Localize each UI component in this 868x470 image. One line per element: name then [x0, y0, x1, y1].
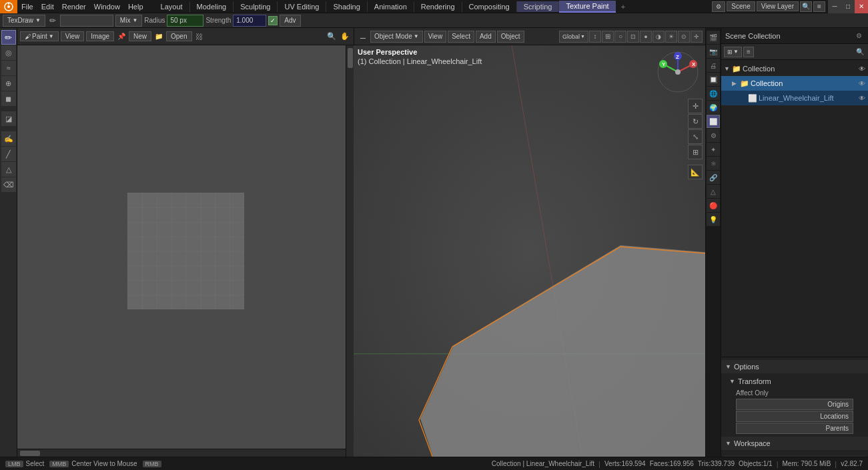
advanced-btn[interactable]: Adv [280, 15, 300, 27]
minimize-btn[interactable]: ─ [828, 0, 841, 13]
viewport-scale-tool[interactable]: ⤡ [688, 129, 703, 144]
viewport-rotate-tool[interactable]: ↻ [688, 114, 703, 129]
outliner-filter-icon[interactable]: ≡ [743, 47, 754, 57]
paint-mode-btn[interactable]: 🖌Paint▼ [20, 31, 59, 41]
viewport-transform-tool[interactable]: ⊞ [688, 145, 703, 159]
tab-rendering[interactable]: Rendering [414, 1, 462, 12]
rendered-icon[interactable]: ☀ [665, 31, 677, 43]
menu-window[interactable]: Window [90, 3, 124, 11]
tab-shading[interactable]: Shading [326, 1, 367, 12]
blender-logo[interactable] [0, 0, 17, 13]
parents-btn[interactable]: Parents [736, 423, 853, 434]
paint-new-btn[interactable]: New [129, 31, 151, 41]
props-object-tab[interactable]: ⬜ [707, 115, 720, 128]
search-icon[interactable]: 🔍 [800, 1, 812, 12]
tab-uv-editing[interactable]: UV Editing [278, 1, 326, 12]
tab-compositing[interactable]: Compositing [462, 1, 517, 12]
viewport-object-btn[interactable]: Object [497, 31, 524, 43]
texture-viewport[interactable] [17, 45, 354, 457]
tree-item-wheelchair-lift[interactable]: ⬜ Linear_Wheelchair_Lift 👁 [721, 91, 868, 105]
mode-dropdown[interactable]: TexDraw ▼ [3, 15, 45, 27]
annotate-poly-tool-btn[interactable]: △ [1, 162, 16, 177]
annotate-tool-btn[interactable]: ✍ [1, 131, 16, 146]
tab-modeling[interactable]: Modeling [190, 1, 234, 12]
draw-tool-btn[interactable]: ✏ [1, 30, 16, 45]
props-scene2-tab[interactable]: 🌐 [707, 87, 720, 100]
wireframe-icon[interactable]: ⊡ [627, 31, 639, 43]
soften-tool-btn[interactable]: ◎ [1, 45, 16, 60]
options-section-header[interactable]: ▼ Options [721, 360, 868, 373]
tab-layout[interactable]: Layout [154, 1, 190, 12]
viewport-mode-dropdown[interactable]: Object Mode▼ [370, 31, 423, 43]
tab-animation[interactable]: Animation [368, 1, 414, 12]
looksdev-icon[interactable]: ◑ [653, 31, 665, 43]
object-visibility[interactable]: 👁 [859, 95, 865, 102]
tab-texture-paint[interactable]: Texture Paint [559, 1, 615, 13]
paint-link-icon[interactable]: ⛓ [194, 31, 205, 42]
menu-edit[interactable]: Edit [37, 3, 58, 11]
props-scene-tab[interactable]: 🎬 [707, 31, 720, 44]
props-render-tab[interactable]: 📷 [707, 45, 720, 58]
props-shading-tab[interactable]: 💡 [707, 213, 720, 226]
clone-tool-btn[interactable]: ⊕ [1, 76, 16, 91]
workspace-section-header[interactable]: ▼ Workspace [721, 437, 868, 450]
gizmo-icon[interactable]: ✛ [691, 31, 703, 43]
paint-pin-icon[interactable]: 📌 [116, 31, 127, 42]
viewport-global-btn[interactable]: Global▼ [559, 31, 588, 43]
tab-scripting[interactable]: Scripting [517, 1, 560, 12]
menu-help[interactable]: Help [124, 3, 147, 11]
fill-tool-btn[interactable]: ◼ [1, 91, 16, 106]
radius-input[interactable]: 50 px [167, 15, 203, 27]
viewport-add-btn[interactable]: Add [476, 31, 496, 43]
props-modifier-tab[interactable]: ⚙ [707, 129, 720, 142]
viewport-move-tool[interactable]: ✛ [688, 99, 703, 113]
paint-open-btn[interactable]: Open [166, 31, 191, 41]
strength-input[interactable]: 1.000 [233, 15, 266, 27]
tree-item-collection[interactable]: ▶ 📁 Collection 👁 [721, 76, 868, 91]
menu-file[interactable]: File [17, 3, 37, 11]
locations-btn[interactable]: Locations [736, 411, 853, 422]
paint-pan-icon[interactable]: ✋ [339, 31, 351, 43]
outliner-search-icon[interactable]: 🔍 [855, 47, 865, 57]
tab-sculpting[interactable]: Sculpting [234, 1, 278, 12]
viewport-transform-icon[interactable]: ↕ [589, 31, 601, 43]
origins-btn[interactable]: Origins [736, 399, 853, 410]
props-material-tab[interactable]: 🔴 [707, 199, 720, 212]
menu-render[interactable]: Render [58, 3, 90, 11]
paint-folder-icon[interactable]: 📁 [153, 31, 164, 42]
maximize-btn[interactable]: □ [841, 0, 855, 13]
viewport-mode-icon[interactable]: ⚊ [357, 31, 369, 43]
paint-view-btn[interactable]: View [61, 31, 85, 41]
scene-outliner-icon[interactable]: ⚙ [853, 31, 864, 41]
outliner-display-btn[interactable]: ⊞▼ [724, 47, 742, 57]
props-particles-tab[interactable]: ✦ [707, 143, 720, 156]
mask-tool-btn[interactable]: ◪ [1, 111, 16, 126]
viewport-select-btn[interactable]: Select [448, 31, 474, 43]
visibility-toggle[interactable]: 👁 [859, 65, 865, 73]
viewport-prop-icon[interactable]: ○ [614, 31, 626, 43]
tree-item-scene-collection[interactable]: ▼ 📁 Collection 👁 [721, 61, 868, 76]
smear-tool-btn[interactable]: ≈ [1, 61, 16, 75]
solid-icon[interactable]: ● [640, 31, 652, 43]
viewport-overlay-btn[interactable]: ⚙ [712, 1, 725, 12]
paint-image-btn[interactable]: Image [86, 31, 114, 41]
props-world-tab[interactable]: 🌍 [707, 101, 720, 114]
vertical-scrollbar[interactable] [346, 45, 354, 457]
view-layer-selector[interactable]: View Layer [757, 1, 799, 11]
overlay-icon[interactable]: ⊙ [678, 31, 690, 43]
filter-icon[interactable]: ≡ [813, 1, 825, 12]
collection-visibility[interactable]: 👁 [859, 80, 865, 87]
paint-zoom-icon[interactable]: 🔍 [326, 31, 338, 43]
annotate-line-tool-btn[interactable]: ╱ [1, 147, 16, 161]
transform-section-header[interactable]: ▼ Transform [721, 375, 868, 388]
horizontal-scrollbar[interactable] [17, 449, 346, 457]
annotate-erase-tool-btn[interactable]: ⌫ [1, 177, 16, 192]
props-objdata-tab[interactable]: △ [707, 185, 720, 198]
blend-mode-dropdown[interactable]: Mix▼ [115, 15, 142, 27]
viewport-snap-icon[interactable]: ⊞ [602, 31, 614, 43]
tab-add[interactable]: + [616, 1, 630, 12]
brush-dropdown[interactable] [60, 15, 113, 27]
props-output-tab[interactable]: 🖨 [707, 59, 720, 72]
props-physics-tab[interactable]: ⚛ [707, 157, 720, 170]
scene-selector[interactable]: Scene [727, 1, 755, 11]
